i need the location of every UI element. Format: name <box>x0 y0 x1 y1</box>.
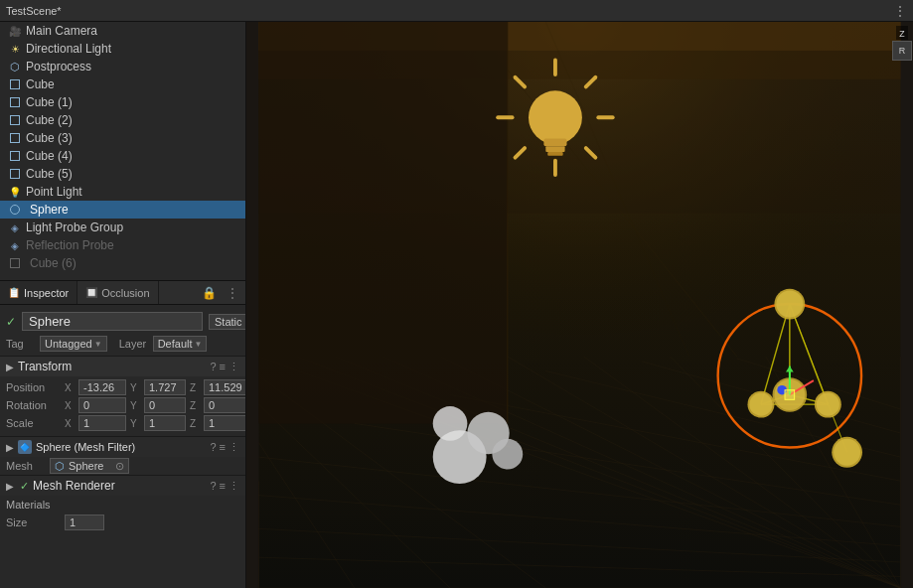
transform-settings-button[interactable]: ≡ <box>220 361 226 372</box>
mesh-value: Sphere <box>69 460 103 472</box>
rot-y-axis: Y <box>130 400 140 411</box>
transform-menu-button[interactable]: ⋮ <box>228 361 239 373</box>
hierarchy-item-point-light[interactable]: 💡 Point Light <box>0 183 245 201</box>
mesh-renderer-active-check[interactable]: ✓ <box>20 480 29 493</box>
scl-x-input[interactable]: 1 <box>78 415 126 431</box>
hierarchy-menu-dots[interactable]: ⋮ <box>893 3 907 19</box>
mesh-renderer-component: ▶ ✓ Mesh Renderer ? ≡ ⋮ Materials Size <box>0 475 245 531</box>
hierarchy-item-light-probe-group[interactable]: ◈ Light Probe Group <box>0 219 245 236</box>
static-badge: Static <box>209 314 245 330</box>
svg-rect-43 <box>545 146 564 152</box>
inspector-lock-button[interactable]: 🔒 <box>199 286 220 300</box>
hierarchy-item-reflection-probe[interactable]: ◈ Reflection Probe <box>0 236 245 254</box>
transform-component: ▶ Transform ? ≡ ⋮ Position X - <box>0 356 245 436</box>
size-label: Size <box>6 516 61 528</box>
mesh-renderer-expand-icon: ▶ <box>6 481 14 492</box>
svg-point-59 <box>776 291 803 318</box>
transform-fields: Position X -13.26 Y 1.727 Z 11.529 Rotat… <box>0 376 245 436</box>
size-value[interactable]: 1 <box>65 514 104 530</box>
hierarchy-item-label: Main Camera <box>26 24 97 38</box>
mesh-renderer-header[interactable]: ▶ ✓ Mesh Renderer ? ≡ ⋮ <box>0 476 245 496</box>
mesh-value-field: ⬡ Sphere ⊙ <box>50 458 129 474</box>
rot-z-input[interactable]: 0 <box>204 397 245 413</box>
svg-point-48 <box>492 439 523 470</box>
mesh-filter-help-button[interactable]: ? <box>210 441 216 453</box>
tab-inspector[interactable]: 📋 Inspector <box>0 281 77 304</box>
hierarchy-item-cube1[interactable]: Cube (1) <box>0 93 245 111</box>
hierarchy-item-directional-light[interactable]: ☀ Directional Light <box>0 40 245 58</box>
position-row: Position X -13.26 Y 1.727 Z 11.529 <box>6 378 239 396</box>
tag-label: Tag <box>6 338 36 350</box>
hierarchy-item-cube[interactable]: Cube <box>0 75 245 93</box>
hierarchy-item-cube6[interactable]: Cube (6) <box>0 254 245 272</box>
mesh-renderer-icons: ? ≡ ⋮ <box>210 480 239 493</box>
pos-y-input[interactable]: 1.727 <box>144 379 186 395</box>
hierarchy-item-cube2[interactable]: Cube (2) <box>0 111 245 129</box>
mesh-filter-header[interactable]: ▶ 🔷 Sphere (Mesh Filter) ? ≡ ⋮ <box>0 437 245 457</box>
mesh-renderer-settings-button[interactable]: ≡ <box>220 480 226 492</box>
inspector-tab-icon: 📋 <box>8 287 20 298</box>
pos-x-input[interactable]: -13.26 <box>78 379 126 395</box>
rot-x-input[interactable]: 0 <box>78 397 126 413</box>
mesh-renderer-help-button[interactable]: ? <box>210 480 216 492</box>
hierarchy-panel: 🎥 Main Camera ☀ Directional Light ⬡ Post… <box>0 22 245 280</box>
hierarchy-item-label: Reflection Probe <box>26 238 114 252</box>
camera-icon: 🎥 <box>8 24 22 38</box>
layer-value: Default <box>158 338 193 350</box>
svg-rect-42 <box>543 138 566 146</box>
scene-toolbar-r-button[interactable]: R <box>892 41 912 61</box>
hierarchy-item-label: Light Probe Group <box>26 220 123 234</box>
tab-occlusion[interactable]: 🔲 Occlusion <box>77 281 158 304</box>
hierarchy-item-cube3[interactable]: Cube (3) <box>0 129 245 147</box>
pos-z-input[interactable]: 11.529 <box>204 379 245 395</box>
mesh-filter-menu-button[interactable]: ⋮ <box>228 441 239 454</box>
hierarchy-item-sphere[interactable]: Sphere <box>0 201 245 219</box>
layer-dropdown[interactable]: Default ▼ <box>153 336 208 352</box>
gameobject-name-input[interactable] <box>22 312 203 331</box>
hierarchy-item-main-camera[interactable]: 🎥 Main Camera <box>0 22 245 40</box>
cube-icon <box>8 149 22 163</box>
pos-z-axis: Z <box>190 382 200 393</box>
transform-help-button[interactable]: ? <box>210 361 216 372</box>
cube-icon <box>8 131 22 145</box>
scene-toolbar-right: z R <box>891 22 913 61</box>
hierarchy-item-label: Cube <box>26 77 55 91</box>
tag-dropdown[interactable]: Untagged ▼ <box>40 336 107 352</box>
tab-occlusion-label: Occlusion <box>101 287 149 299</box>
hierarchy-item-postprocess[interactable]: ⬡ Postprocess <box>0 58 245 75</box>
gameobject-header: ✓ Static ▼ <box>0 309 245 334</box>
inspector-content: ✓ Static ▼ Tag Untagged ▼ Layer Default … <box>0 305 245 535</box>
cube-icon <box>8 256 22 270</box>
size-row: Size 1 <box>0 514 245 531</box>
scene-svg <box>246 22 913 588</box>
cube-icon: ⬡ <box>8 60 22 74</box>
mesh-pick-button[interactable]: ⊙ <box>115 460 124 473</box>
hierarchy-item-cube5[interactable]: Cube (5) <box>0 165 245 183</box>
transform-header[interactable]: ▶ Transform ? ≡ ⋮ <box>0 357 245 376</box>
rot-x-axis: X <box>65 400 75 411</box>
inspector-tabs: 📋 Inspector 🔲 Occlusion 🔒 ⋮ <box>0 281 245 305</box>
mesh-filter-icon: 🔷 <box>18 440 32 454</box>
gameobject-active-check[interactable]: ✓ <box>6 315 16 329</box>
mesh-filter-title: Sphere (Mesh Filter) <box>36 441 206 453</box>
rotation-label: Rotation <box>6 399 61 411</box>
mesh-renderer-menu-button[interactable]: ⋮ <box>228 480 239 493</box>
svg-point-41 <box>529 90 582 144</box>
svg-rect-44 <box>547 152 562 156</box>
inspector-menu-button[interactable]: ⋮ <box>224 286 241 300</box>
mesh-filter-settings-button[interactable]: ≡ <box>220 441 226 453</box>
mesh-renderer-title: Mesh Renderer <box>33 479 206 493</box>
rot-y-input[interactable]: 0 <box>144 397 186 413</box>
scl-z-input[interactable]: 1 <box>204 415 245 431</box>
cube-icon <box>8 77 22 91</box>
scl-y-input[interactable]: 1 <box>144 415 186 431</box>
svg-point-63 <box>817 393 839 416</box>
tag-layer-row: Tag Untagged ▼ Layer Default ▼ <box>0 334 245 354</box>
hierarchy-item-cube4[interactable]: Cube (4) <box>0 147 245 165</box>
point-light-icon: 💡 <box>8 185 22 199</box>
hierarchy-item-label: Postprocess <box>26 60 91 74</box>
inspector-tab-controls: 🔒 ⋮ <box>199 286 245 300</box>
scale-row: Scale X 1 Y 1 Z 1 <box>6 414 239 432</box>
scene-view[interactable]: z R <box>246 22 913 588</box>
scl-z-axis: Z <box>190 418 200 429</box>
